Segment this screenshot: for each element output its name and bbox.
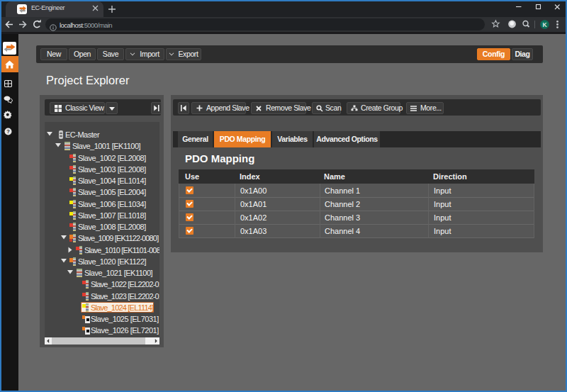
svg-text:?: ? — [6, 128, 10, 135]
svg-text:K: K — [542, 21, 547, 28]
